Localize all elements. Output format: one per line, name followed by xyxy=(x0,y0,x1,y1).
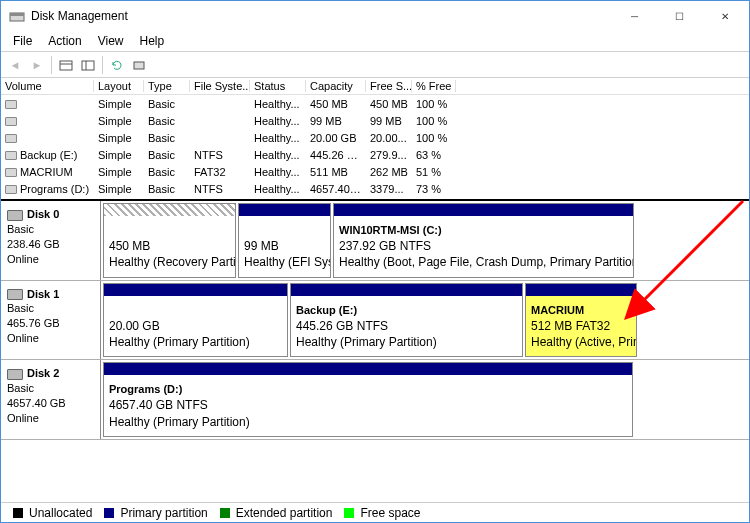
partition[interactable]: WIN10RTM-MSI (C:)237.92 GB NTFSHealthy (… xyxy=(333,203,634,278)
col-volume[interactable]: Volume xyxy=(1,80,94,92)
separator xyxy=(102,56,103,74)
col-filesystem[interactable]: File Syste... xyxy=(190,80,250,92)
menu-view[interactable]: View xyxy=(90,32,132,50)
col-capacity[interactable]: Capacity xyxy=(306,80,366,92)
menu-action[interactable]: Action xyxy=(40,32,89,50)
volume-list-header: Volume Layout Type File Syste... Status … xyxy=(1,78,749,95)
window-controls: ─ ☐ ✕ xyxy=(612,2,747,30)
col-layout[interactable]: Layout xyxy=(94,80,144,92)
menu-help[interactable]: Help xyxy=(132,32,173,50)
col-status[interactable]: Status xyxy=(250,80,306,92)
disk-label[interactable]: Disk 1Basic465.76 GBOnline xyxy=(1,281,101,360)
maximize-button[interactable]: ☐ xyxy=(657,2,702,30)
legend-free: Free space xyxy=(360,506,420,520)
col-free[interactable]: Free S... xyxy=(366,80,412,92)
svg-rect-6 xyxy=(134,62,144,69)
swatch-unallocated xyxy=(13,508,23,518)
tool-icon-2[interactable] xyxy=(78,55,98,75)
col-type[interactable]: Type xyxy=(144,80,190,92)
legend-extended: Extended partition xyxy=(236,506,333,520)
partition[interactable]: 20.00 GBHealthy (Primary Partition) xyxy=(103,283,288,358)
volume-row[interactable]: Backup (E:)SimpleBasicNTFSHealthy...445.… xyxy=(1,146,749,163)
disk-row: Disk 0Basic238.46 GBOnline450 MBHealthy … xyxy=(1,201,749,281)
legend-unallocated: Unallocated xyxy=(29,506,92,520)
app-icon xyxy=(9,8,25,24)
title-bar: Disk Management ─ ☐ ✕ xyxy=(1,1,749,31)
disk-label[interactable]: Disk 0Basic238.46 GBOnline xyxy=(1,201,101,280)
close-button[interactable]: ✕ xyxy=(702,2,747,30)
volume-row[interactable]: Programs (D:)SimpleBasicNTFSHealthy...46… xyxy=(1,180,749,197)
legend-primary: Primary partition xyxy=(120,506,207,520)
minimize-button[interactable]: ─ xyxy=(612,2,657,30)
partition[interactable]: Programs (D:)4657.40 GB NTFSHealthy (Pri… xyxy=(103,362,633,437)
svg-rect-2 xyxy=(60,61,72,70)
svg-rect-4 xyxy=(82,61,94,70)
disk-map: Disk 0Basic238.46 GBOnline450 MBHealthy … xyxy=(1,199,749,440)
separator xyxy=(51,56,52,74)
disk-row: Disk 1Basic465.76 GBOnline20.00 GBHealth… xyxy=(1,281,749,361)
swatch-primary xyxy=(104,508,114,518)
volume-row[interactable]: SimpleBasicHealthy...20.00 GB20.00...100… xyxy=(1,129,749,146)
tool-icon-1[interactable] xyxy=(56,55,76,75)
swatch-free xyxy=(344,508,354,518)
menu-bar: File Action View Help xyxy=(1,31,749,51)
forward-icon[interactable]: ► xyxy=(27,55,47,75)
legend: Unallocated Primary partition Extended p… xyxy=(1,502,749,522)
partition[interactable]: 450 MBHealthy (Recovery Partition) xyxy=(103,203,236,278)
swatch-extended xyxy=(220,508,230,518)
toolbar: ◄ ► xyxy=(1,51,749,77)
volume-row[interactable]: MACRIUMSimpleBasicFAT32Healthy...511 MB2… xyxy=(1,163,749,180)
refresh-icon[interactable] xyxy=(107,55,127,75)
volume-row[interactable]: SimpleBasicHealthy...450 MB450 MB100 % xyxy=(1,95,749,112)
svg-rect-1 xyxy=(10,13,24,16)
partition[interactable]: Backup (E:)445.26 GB NTFSHealthy (Primar… xyxy=(290,283,523,358)
disk-label[interactable]: Disk 2Basic4657.40 GBOnline xyxy=(1,360,101,439)
tool-icon-3[interactable] xyxy=(129,55,149,75)
back-icon[interactable]: ◄ xyxy=(5,55,25,75)
col-pctfree[interactable]: % Free xyxy=(412,80,456,92)
partition[interactable]: 99 MBHealthy (EFI System Partition) xyxy=(238,203,331,278)
volume-row[interactable]: SimpleBasicHealthy...99 MB99 MB100 % xyxy=(1,112,749,129)
window-title: Disk Management xyxy=(31,9,612,23)
disk-row: Disk 2Basic4657.40 GBOnlinePrograms (D:)… xyxy=(1,360,749,440)
volume-list: Volume Layout Type File Syste... Status … xyxy=(1,77,749,197)
partition[interactable]: MACRIUM512 MB FAT32Healthy (Active, Prim… xyxy=(525,283,637,358)
menu-file[interactable]: File xyxy=(5,32,40,50)
